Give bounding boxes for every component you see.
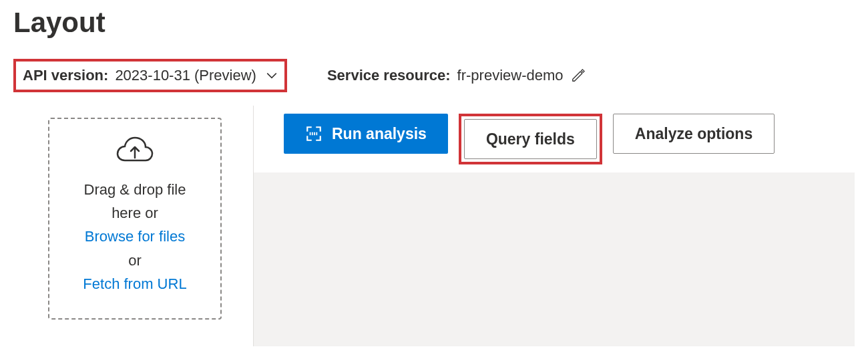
analyze-options-label: Analyze options (635, 125, 752, 143)
toolbar: Run analysis Query fields Analyze option… (254, 106, 855, 172)
content-area (254, 172, 855, 346)
fetch-url-link[interactable]: Fetch from URL (83, 272, 186, 295)
main-row: Drag & drop file here or Browse for file… (13, 106, 855, 346)
run-analysis-button[interactable]: Run analysis (284, 114, 448, 154)
service-resource-value: fr-preview-demo (457, 67, 564, 84)
query-fields-button[interactable]: Query fields (464, 119, 597, 159)
query-fields-label: Query fields (486, 130, 575, 148)
chevron-down-icon (266, 70, 278, 82)
analyze-options-button[interactable]: Analyze options (613, 114, 775, 154)
dropzone-line2: here or (83, 201, 186, 225)
dropzone-line1: Drag & drop file (83, 178, 186, 201)
query-fields-highlight: Query fields (459, 114, 602, 164)
api-version-label: API version: (23, 67, 108, 84)
api-version-value: 2023-10-31 (Preview) (115, 67, 256, 84)
edit-icon[interactable] (570, 68, 586, 84)
cloud-upload-icon (115, 135, 155, 170)
service-resource-label: Service resource: (327, 67, 451, 84)
api-version-dropdown[interactable]: API version: 2023-10-31 (Preview) (13, 59, 287, 92)
left-panel: Drag & drop file here or Browse for file… (13, 106, 254, 346)
scan-icon (305, 125, 322, 142)
file-dropzone[interactable]: Drag & drop file here or Browse for file… (48, 118, 222, 320)
browse-files-link[interactable]: Browse for files (83, 225, 186, 248)
right-panel: Run analysis Query fields Analyze option… (254, 106, 855, 346)
dropzone-text: Drag & drop file here or Browse for file… (83, 178, 186, 295)
dropzone-line3: or (83, 249, 186, 272)
page-title: Layout (13, 7, 855, 39)
service-resource-group: Service resource: fr-preview-demo (327, 67, 586, 84)
info-bar: API version: 2023-10-31 (Preview) Servic… (13, 59, 855, 92)
run-analysis-label: Run analysis (332, 125, 427, 143)
